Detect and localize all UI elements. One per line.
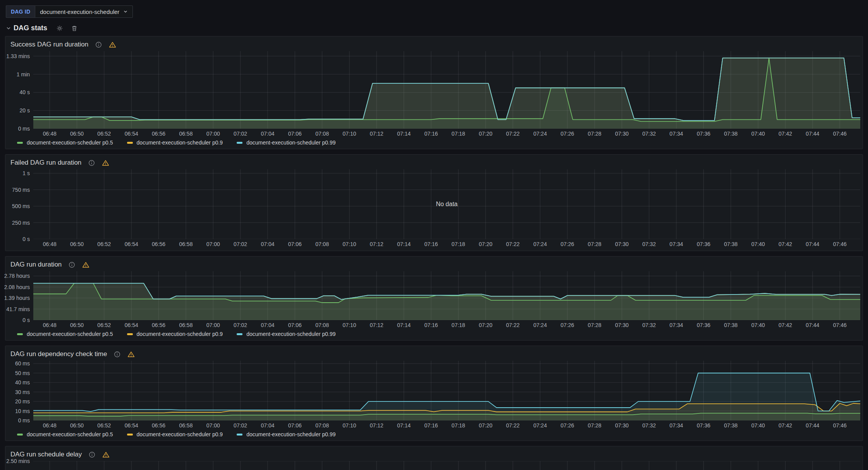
x-tick-label: 06:48 (43, 322, 57, 328)
chart-plot-area[interactable] (33, 271, 860, 320)
chevron-down-icon (6, 26, 11, 31)
legend-item-p0.5[interactable]: document-execution-scheduler p0.5 (17, 139, 113, 146)
x-tick-label: 07:06 (288, 241, 302, 247)
x-tick-label: 07:00 (206, 241, 220, 247)
x-tick-label: 07:08 (315, 241, 329, 247)
chart-plot-area[interactable] (33, 361, 860, 420)
x-tick-label: 07:38 (724, 322, 737, 328)
panel-dag-run-schedule-delay: DAG run schedule delay 2.50 mins (5, 446, 863, 470)
legend-item-p0.5[interactable]: document-execution-scheduler p0.5 (17, 431, 113, 437)
x-tick-label: 07:44 (806, 322, 819, 328)
x-tick-label: 07:04 (261, 322, 274, 328)
dag-stats-row-header[interactable]: DAG stats (6, 24, 868, 32)
x-tick-label: 07:04 (261, 241, 274, 247)
legend-item-p0.99[interactable]: document-execution-scheduler p0.99 (237, 431, 335, 437)
legend-swatch (237, 434, 242, 436)
panel-header: DAG run schedule delay (5, 446, 863, 460)
x-tick-label: 06:58 (179, 131, 193, 137)
legend: document-execution-scheduler p0.5documen… (5, 137, 863, 149)
chart-plot-area[interactable] (33, 461, 860, 470)
x-tick-label: 07:42 (779, 322, 792, 328)
x-tick-label: 06:56 (152, 322, 165, 328)
y-tick-label: 250 ms (12, 220, 30, 226)
legend-label: document-execution-scheduler p0.9 (137, 331, 223, 337)
legend-swatch (237, 333, 242, 335)
legend: document-execution-scheduler p0.5documen… (5, 429, 863, 441)
warning-icon[interactable] (109, 41, 116, 48)
legend-item-p0.9[interactable]: document-execution-scheduler p0.9 (127, 431, 223, 437)
x-tick-label: 06:50 (70, 241, 84, 247)
x-tick-label: 07:32 (642, 322, 656, 328)
variable-label: DAG ID (6, 5, 35, 18)
x-tick-label: 07:20 (479, 322, 492, 328)
x-tick-label: 07:02 (234, 131, 247, 137)
x-axis: 06:4806:5006:5206:5406:5606:5807:0007:02… (33, 239, 860, 248)
legend-swatch (237, 142, 242, 144)
x-tick-label: 07:14 (397, 241, 411, 247)
legend-item-p0.9[interactable]: document-execution-scheduler p0.9 (127, 139, 223, 146)
y-tick-label: 41.7 mins (6, 306, 30, 312)
chart-plot-area[interactable]: No data (33, 169, 860, 239)
y-tick-label: 40 ms (15, 379, 30, 386)
x-tick-label: 06:54 (125, 422, 138, 429)
legend-swatch (127, 142, 133, 144)
info-icon[interactable] (88, 160, 95, 166)
y-tick-label: 0 s (22, 236, 30, 242)
panel-title[interactable]: DAG run dependency check time (10, 350, 107, 358)
info-icon[interactable] (95, 41, 102, 48)
y-tick-label: 1.39 hours (4, 295, 30, 301)
x-tick-label: 06:50 (70, 322, 84, 328)
x-tick-label: 07:44 (806, 131, 819, 137)
x-tick-label: 07:22 (506, 131, 520, 137)
x-tick-label: 07:30 (615, 422, 629, 429)
legend-item-p0.5[interactable]: document-execution-scheduler p0.5 (17, 331, 113, 337)
panel-title[interactable]: DAG run schedule delay (10, 451, 82, 458)
panel-title[interactable]: Failed DAG run duration (10, 159, 81, 167)
info-icon[interactable] (114, 351, 120, 358)
y-tick-label: 0 s (22, 317, 30, 323)
panel-header: Failed DAG run duration (5, 155, 863, 169)
warning-icon[interactable] (127, 351, 135, 358)
x-tick-label: 07:42 (779, 131, 792, 137)
x-tick-label: 07:00 (206, 322, 220, 328)
panel-title[interactable]: Success DAG run duration (10, 41, 88, 48)
x-tick-label: 07:06 (288, 131, 302, 137)
x-tick-label: 07:00 (206, 131, 220, 137)
legend-item-p0.99[interactable]: document-execution-scheduler p0.99 (237, 331, 335, 337)
warning-icon[interactable] (82, 262, 89, 268)
x-tick-label: 07:36 (697, 131, 710, 137)
y-tick-label: 20 s (20, 107, 30, 114)
gear-icon[interactable] (57, 25, 63, 31)
x-tick-label: 07:36 (697, 241, 710, 247)
warning-icon[interactable] (102, 451, 110, 458)
x-tick-label: 06:52 (97, 131, 111, 137)
legend-item-p0.9[interactable]: document-execution-scheduler p0.9 (127, 331, 223, 337)
legend-label: document-execution-scheduler p0.9 (137, 139, 223, 146)
x-tick-label: 07:36 (697, 322, 710, 328)
legend-label: document-execution-scheduler p0.99 (246, 431, 335, 437)
x-tick-label: 07:28 (588, 241, 602, 247)
x-tick-label: 07:08 (315, 131, 329, 137)
warning-icon[interactable] (102, 160, 109, 166)
x-tick-label: 07:42 (779, 241, 792, 247)
legend-swatch (17, 434, 23, 436)
info-icon[interactable] (89, 451, 95, 458)
x-tick-label: 07:02 (234, 422, 247, 429)
panel-failed-dag-run-duration: Failed DAG run duration 0 s250 ms500 ms7… (5, 154, 863, 251)
y-axis: 2.50 mins (5, 461, 33, 470)
y-tick-label: 20 ms (15, 398, 30, 405)
legend-item-p0.99[interactable]: document-execution-scheduler p0.99 (237, 139, 335, 146)
dag-id-dropdown[interactable]: document-execution-scheduler (35, 5, 133, 18)
panel-title[interactable]: DAG run duration (10, 261, 62, 269)
y-tick-label: 10 ms (15, 408, 30, 414)
x-tick-label: 07:18 (452, 322, 465, 328)
x-tick-label: 07:04 (261, 131, 274, 137)
y-tick-label: 60 ms (15, 360, 30, 367)
info-icon[interactable] (69, 262, 75, 268)
dag-id-dropdown-value: document-execution-scheduler (40, 9, 119, 15)
trash-icon[interactable] (71, 25, 77, 31)
x-tick-label: 07:46 (833, 131, 847, 137)
x-tick-label: 07:18 (452, 131, 465, 137)
chart-plot-area[interactable] (33, 51, 860, 129)
x-tick-label: 07:34 (670, 422, 683, 429)
